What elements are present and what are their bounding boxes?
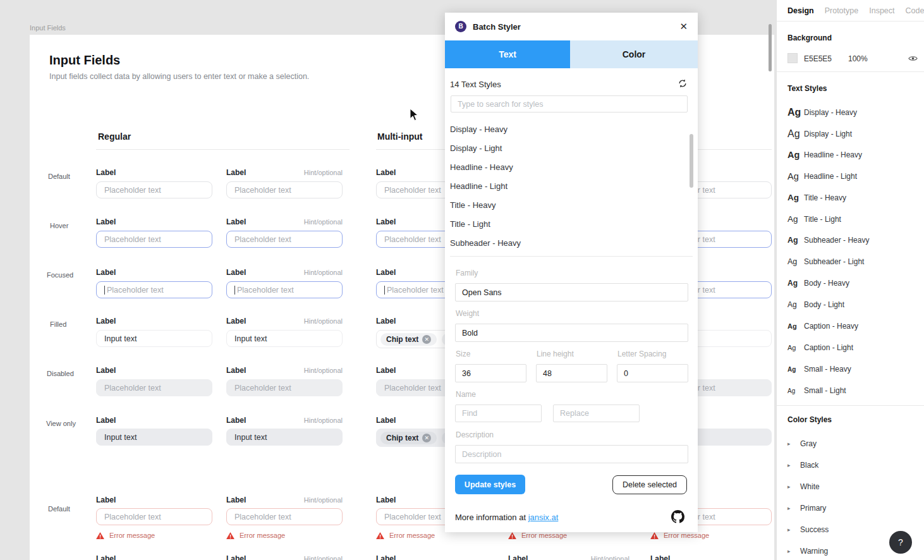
refresh-icon[interactable] — [678, 78, 688, 88]
github-icon[interactable] — [671, 510, 684, 523]
error-message-row: Error message — [376, 532, 435, 539]
background-hex-value[interactable]: E5E5E5 — [804, 54, 832, 63]
text-style-row[interactable]: AgCaption - Heavy — [787, 322, 858, 331]
canvas-scrollbar[interactable] — [769, 24, 772, 71]
background-color-swatch[interactable] — [787, 53, 798, 63]
input-error-hint[interactable]: Placeholder text — [226, 508, 343, 525]
chevron-right-icon[interactable]: ▸ — [787, 441, 793, 447]
placeholder-text: Placeholder text — [384, 235, 441, 244]
style-list-item[interactable]: Headline - Heavy — [450, 158, 688, 177]
input-focused-hint[interactable]: Placeholder text — [226, 281, 343, 298]
input-error[interactable]: Placeholder text — [96, 508, 212, 525]
warning-triangle-icon — [508, 532, 516, 539]
style-sample: Ag — [787, 257, 804, 266]
replace-input[interactable] — [553, 405, 640, 422]
delete-selected-button[interactable]: Delete selected — [612, 475, 687, 494]
family-label: Family — [456, 269, 478, 277]
text-style-row[interactable]: AgHeadline - Heavy — [787, 150, 862, 160]
error-message-row: Error message — [508, 532, 567, 539]
text-style-row[interactable]: AgTitle - Light — [787, 214, 841, 224]
placeholder-text: Placeholder text — [234, 235, 291, 244]
input-default-hint[interactable]: Placeholder text — [226, 181, 343, 198]
field-label: Label — [376, 217, 396, 226]
help-button[interactable]: ? — [889, 531, 912, 554]
chip[interactable]: Chip text✕ — [380, 432, 437, 444]
eye-icon[interactable] — [908, 55, 918, 62]
search-input[interactable] — [451, 95, 688, 113]
tab-design[interactable]: Design — [787, 6, 814, 21]
dialog-header[interactable]: B Batch Styler ✕ — [445, 13, 698, 40]
batch-styler-dialog: B Batch Styler ✕ Text Color 14 Text Styl… — [445, 13, 698, 532]
canvas-frame-label[interactable]: Input Fields — [30, 24, 66, 32]
text-style-row[interactable]: AgHeadline - Light — [787, 171, 857, 181]
style-list-item[interactable]: Display - Heavy — [450, 120, 688, 139]
weight-input[interactable] — [455, 324, 688, 342]
field-label: Label — [376, 416, 396, 425]
color-style-row[interactable]: ▸Gray — [787, 439, 817, 448]
tab-inspect[interactable]: Inspect — [869, 6, 894, 21]
color-style-row[interactable]: ▸Warning — [787, 547, 828, 556]
background-opacity-value[interactable]: 100% — [848, 54, 868, 63]
size-input[interactable] — [455, 364, 526, 382]
line-height-input[interactable] — [536, 364, 607, 382]
input-value: Input text — [234, 334, 267, 343]
text-style-row[interactable]: AgSubheader - Light — [787, 257, 864, 266]
input-view-only[interactable]: Input text — [96, 429, 212, 446]
style-list-item[interactable]: Title - Light — [450, 215, 688, 234]
letter-spacing-input[interactable] — [617, 364, 688, 382]
text-style-row[interactable]: AgSubheader - Heavy — [787, 236, 869, 245]
chevron-right-icon[interactable]: ▸ — [787, 527, 793, 533]
chevron-right-icon[interactable]: ▸ — [787, 548, 793, 554]
text-style-row[interactable]: AgDisplay - Heavy — [787, 107, 857, 118]
text-style-row[interactable]: AgSmall - Light — [787, 386, 846, 395]
list-scrollbar[interactable] — [690, 134, 693, 188]
jansix-link[interactable]: jansix.at — [528, 513, 559, 522]
input-default[interactable]: Placeholder text — [96, 181, 212, 198]
color-style-row[interactable]: ▸Black — [787, 461, 818, 470]
placeholder-text: Placeholder text — [104, 186, 161, 195]
text-style-row[interactable]: AgDisplay - Light — [787, 128, 852, 140]
text-style-row[interactable]: AgSmall - Heavy — [787, 365, 851, 374]
chevron-right-icon[interactable]: ▸ — [787, 484, 793, 490]
style-list-item[interactable]: Display - Light — [450, 139, 688, 158]
chevron-right-icon[interactable]: ▸ — [787, 462, 793, 468]
input-view-only-hint[interactable]: Input text — [226, 429, 343, 446]
input-filled-hint[interactable]: Input text — [226, 330, 343, 347]
input-focused[interactable]: Placeholder text — [96, 281, 212, 298]
warning-triangle-icon — [226, 532, 234, 539]
tab-prototype[interactable]: Prototype — [825, 6, 859, 21]
text-style-row[interactable]: AgBody - Light — [787, 300, 844, 309]
find-input[interactable] — [455, 405, 542, 422]
tab-code[interactable]: Code — [906, 6, 924, 21]
update-styles-button[interactable]: Update styles — [455, 475, 525, 494]
state-label-view-only: View only — [46, 420, 84, 427]
input-hover-hint[interactable]: Placeholder text — [226, 231, 343, 248]
color-style-row[interactable]: ▸Success — [787, 525, 829, 534]
text-style-row[interactable]: AgBody - Heavy — [787, 279, 849, 288]
color-style-row[interactable]: ▸Primary — [787, 504, 826, 513]
input-disabled-hint[interactable]: Placeholder text — [226, 379, 343, 396]
tab-text[interactable]: Text — [445, 40, 570, 68]
style-list-item[interactable]: Title - Heavy — [450, 196, 688, 215]
input-filled[interactable]: Input text — [96, 330, 212, 347]
chip[interactable]: Chip text✕ — [380, 333, 437, 346]
close-icon[interactable]: ✕ — [679, 21, 688, 32]
color-style-row[interactable]: ▸White — [787, 482, 820, 491]
error-message: Error message — [240, 532, 285, 539]
chip-remove-icon[interactable]: ✕ — [422, 434, 431, 442]
tab-color[interactable]: Color — [570, 40, 698, 68]
field-label: Label — [96, 168, 116, 177]
input-hover[interactable]: Placeholder text — [96, 231, 212, 248]
style-list-item[interactable]: Subheader - Heavy — [450, 234, 688, 253]
chip-remove-icon[interactable]: ✕ — [422, 335, 431, 344]
input-disabled[interactable]: Placeholder text — [96, 379, 212, 396]
style-list-item[interactable]: Headline - Light — [450, 177, 688, 196]
text-style-row[interactable]: AgTitle - Heavy — [787, 193, 846, 202]
text-style-row[interactable]: AgCaption - Light — [787, 343, 853, 352]
warning-triangle-icon — [376, 532, 384, 539]
description-input[interactable] — [455, 445, 688, 463]
family-input[interactable] — [455, 283, 688, 301]
field-hint: Hint/optional — [226, 269, 343, 276]
chevron-right-icon[interactable]: ▸ — [787, 505, 793, 511]
state-label-hover: Hover — [50, 222, 88, 229]
